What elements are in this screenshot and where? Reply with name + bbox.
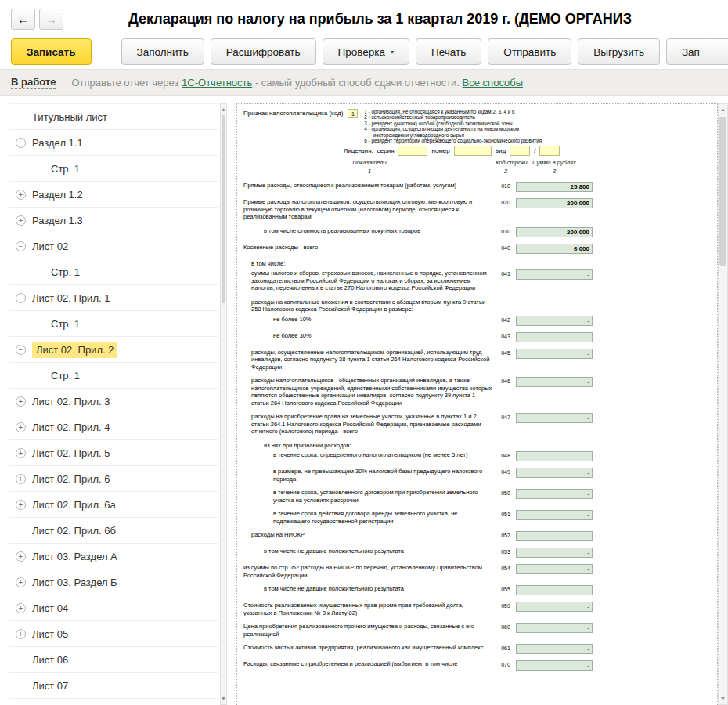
- tree-expander-icon[interactable]: +: [16, 215, 26, 226]
- sidebar-item[interactable]: + Раздел 1.3: [9, 208, 218, 233]
- column-header-sum: Сумма в рублях 3: [516, 159, 593, 175]
- form-row-field[interactable]: 6 000: [516, 244, 593, 254]
- form-row-field[interactable]: 25 800: [516, 182, 593, 192]
- license-number-field[interactable]: [454, 146, 492, 156]
- form-row-field[interactable]: -: [516, 644, 593, 654]
- form-row-field[interactable]: -: [516, 623, 593, 633]
- send-button[interactable]: Отправить: [488, 38, 571, 65]
- tree-expander-icon[interactable]: −: [16, 138, 26, 148]
- export-button[interactable]: Выгрузить: [578, 38, 660, 65]
- reporting-service-link[interactable]: 1С-Отчетность: [182, 77, 252, 89]
- form-row-field[interactable]: 200 000: [516, 227, 593, 237]
- sidebar-item[interactable]: Лист 07: [9, 673, 218, 699]
- tree-expander-icon[interactable]: +: [16, 577, 26, 588]
- scroll-down-icon[interactable]: ▼: [221, 694, 226, 703]
- form-row: в том числе не давшие положительного рез…: [243, 585, 714, 595]
- sidebar-item[interactable]: Титульный лист: [9, 104, 218, 130]
- scroll-down-icon[interactable]: ▼: [719, 694, 727, 703]
- form-row-field[interactable]: -: [516, 548, 593, 558]
- form-row-field[interactable]: -: [516, 349, 593, 359]
- forward-arrow-icon: →: [45, 13, 57, 26]
- taxpayer-attribute-label: Признак налогоплательщика (код): [243, 109, 343, 117]
- tree-expander-icon[interactable]: +: [16, 448, 26, 458]
- tree-expander-icon[interactable]: −: [16, 241, 26, 251]
- form-row: в том числе не давшие положительного рез…: [243, 548, 714, 558]
- sidebar-item[interactable]: Стр. 1: [9, 156, 218, 182]
- sidebar-scrollbar[interactable]: ▲ ▼: [220, 103, 227, 705]
- sidebar-item[interactable]: + Лист 02. Прил. 5: [9, 440, 218, 466]
- decipher-button[interactable]: Расшифровать: [211, 38, 316, 65]
- form-row-field[interactable]: -: [516, 413, 593, 423]
- sidebar-item[interactable]: + Лист 02. Прил. 4: [9, 414, 218, 440]
- form-row-field[interactable]: -: [516, 489, 593, 499]
- form-row-label: Прямые расходы налогоплательщиков, осуще…: [243, 198, 496, 221]
- form-row-field[interactable]: -: [516, 564, 593, 574]
- sidebar-item[interactable]: − Лист 02. Прил. 1: [9, 285, 218, 311]
- tree-expander-icon[interactable]: −: [16, 345, 26, 355]
- sidebar-item[interactable]: Лист 02. Прил. 6б: [9, 518, 218, 544]
- tree-expander-icon[interactable]: +: [16, 500, 26, 510]
- form-row-label: расходы налогоплательщиков - общественны…: [243, 377, 496, 407]
- form-row-label: Прямые расходы, относящиеся к реализован…: [243, 182, 496, 190]
- sidebar-item[interactable]: + Лист 02. Прил. 3: [9, 389, 218, 414]
- form-scrollbar[interactable]: ▲ ▼: [718, 103, 728, 705]
- scroll-up-icon[interactable]: ▲: [221, 105, 226, 114]
- fill-button[interactable]: Заполнить: [121, 38, 204, 65]
- taxpayer-attribute-field[interactable]: 1: [348, 109, 358, 118]
- sidebar-item[interactable]: − Лист 02: [9, 233, 218, 259]
- sidebar-item[interactable]: Стр. 1: [9, 259, 218, 285]
- sidebar-item[interactable]: + Лист 02. Прил. 6: [9, 466, 218, 492]
- status-link[interactable]: В работе: [11, 76, 56, 89]
- sidebar-item[interactable]: Лист 06: [9, 647, 218, 673]
- form-row-code: 041: [496, 269, 516, 277]
- form-row-code: 059: [496, 602, 516, 609]
- tree-expander-icon[interactable]: +: [16, 396, 26, 407]
- form-row-field[interactable]: -: [516, 316, 593, 326]
- tree-expander-icon[interactable]: +: [16, 551, 26, 562]
- sidebar-item[interactable]: − Лист 02. Прил. 2: [9, 337, 218, 363]
- form-scrollbar-thumb[interactable]: [719, 117, 726, 266]
- sidebar-item[interactable]: + Раздел 1.2: [9, 182, 218, 208]
- tree-expander-icon[interactable]: +: [16, 603, 26, 613]
- all-methods-link[interactable]: Все способы: [463, 77, 523, 89]
- scroll-up-icon[interactable]: ▲: [719, 105, 727, 114]
- sidebar-item[interactable]: + Лист 02. Прил. 6а: [9, 492, 218, 518]
- truncated-button[interactable]: Зап: [666, 38, 728, 65]
- form-row-field[interactable]: -: [516, 660, 593, 671]
- form-row-field[interactable]: -: [516, 468, 593, 478]
- back-button[interactable]: ←: [11, 9, 35, 30]
- form-row-field[interactable]: -: [516, 451, 593, 461]
- tree-expander-icon[interactable]: +: [16, 629, 26, 639]
- form-row-field[interactable]: -: [516, 531, 593, 541]
- save-button[interactable]: Записать: [11, 38, 92, 65]
- tree-expander-icon[interactable]: +: [16, 474, 26, 484]
- sidebar-scrollbar-thumb[interactable]: [222, 115, 225, 303]
- form-row-field[interactable]: -: [516, 269, 593, 280]
- form-row-field[interactable]: -: [516, 602, 593, 612]
- sidebar-item[interactable]: + Лист 03. Раздел А: [9, 544, 218, 569]
- sidebar-item[interactable]: Стр. 1: [9, 363, 218, 389]
- tree-expander-icon[interactable]: −: [16, 293, 26, 303]
- tree-expander-icon[interactable]: +: [16, 190, 26, 200]
- form-row-field[interactable]: -: [516, 332, 593, 342]
- sidebar-item-label: Стр. 1: [51, 266, 80, 278]
- license-kind2-field[interactable]: [539, 146, 560, 156]
- print-button[interactable]: Печать: [416, 38, 481, 65]
- form-row-field[interactable]: -: [516, 377, 593, 387]
- check-button[interactable]: Проверка ▾: [323, 38, 409, 65]
- sidebar-item[interactable]: + Лист 04: [9, 595, 218, 621]
- sidebar-item[interactable]: Стр. 1: [9, 311, 218, 337]
- form-row-code: 055: [496, 585, 516, 592]
- license-kind-field[interactable]: [510, 146, 530, 156]
- tree-expander-icon[interactable]: +: [16, 422, 26, 432]
- sidebar-item[interactable]: − Раздел 1.1: [9, 130, 218, 156]
- form-row-label: расходы на приобретение права на земельн…: [243, 413, 496, 436]
- sections-sidebar: Титульный лист − Раздел 1.1 Стр. 1 + Раз…: [9, 103, 227, 705]
- form-row-field[interactable]: -: [516, 510, 593, 520]
- sidebar-item[interactable]: + Лист 05: [9, 621, 218, 647]
- form-row-field[interactable]: -: [516, 585, 593, 595]
- form-row-field[interactable]: 200 000: [516, 198, 593, 208]
- forward-button[interactable]: →: [39, 9, 63, 30]
- license-series-field[interactable]: [398, 146, 427, 156]
- sidebar-item[interactable]: + Лист 03. Раздел Б: [9, 569, 218, 595]
